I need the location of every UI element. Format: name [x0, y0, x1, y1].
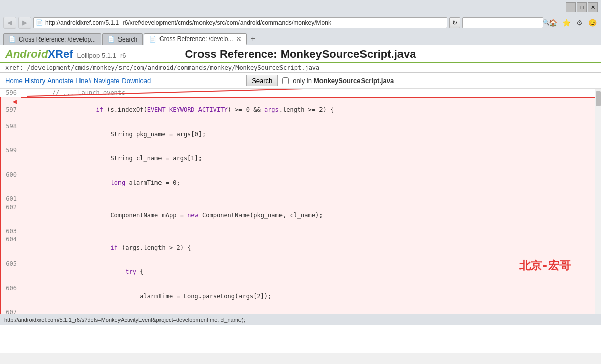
line-code: if (args.length > 2) {	[21, 235, 600, 260]
table-row: 606 alarmTime = Long.parseLong(args[2]);	[1, 284, 600, 308]
forward-button[interactable]: ▶	[18, 17, 31, 29]
table-row: 601	[1, 195, 600, 203]
line-code: alarmTime = Long.parseLong(args[2]);	[21, 284, 600, 308]
table-row: 600 long alarmTime = 0;	[1, 171, 600, 195]
address-bar[interactable]: 📄 http://androidxref.com/5.1.1_r6/xref/d…	[33, 17, 447, 28]
nav-history[interactable]: History	[25, 77, 45, 85]
breadcrumb-text: xref: /development/cmds/monkey/src/com/a…	[5, 64, 319, 71]
tab-label-1: Cross Reference: /develop...	[19, 36, 96, 43]
home-icon[interactable]: 🏠	[547, 17, 558, 28]
line-number: 604	[1, 235, 21, 260]
page-icon: 📄	[36, 19, 43, 26]
close-button[interactable]: ✕	[588, 2, 598, 12]
line-number: 600	[1, 171, 21, 195]
title-bar: – □ ✕	[0, 0, 601, 14]
line-number: 603	[1, 227, 21, 235]
tab-label-3: Cross Reference: /develo...	[159, 35, 233, 43]
address-text: http://androidxref.com/5.1.1_r6/xref/dev…	[45, 19, 445, 26]
search-input[interactable]	[153, 75, 244, 86]
red-arrow: ◀	[13, 97, 17, 105]
watermark: 北京-宏哥	[519, 258, 571, 273]
line-number: 606	[1, 284, 21, 308]
logo-android: Android	[5, 48, 48, 60]
line-number: ◀ 597	[1, 97, 21, 122]
tabs-bar: 📄 Cross Reference: /develop... 📄 Search …	[0, 31, 601, 45]
nav-home[interactable]: Home	[5, 77, 23, 85]
bookmark-icon[interactable]: ⭐	[560, 17, 572, 28]
table-row: 599 String cl_name = args[1];	[1, 146, 600, 171]
line-number: 601	[1, 195, 21, 203]
line-code: String cl_name = args[1];	[21, 146, 600, 171]
tab-label-2: Search	[118, 36, 137, 43]
line-code	[21, 227, 600, 235]
line-code: // ..._launch_events	[21, 89, 600, 97]
only-filename: MonkeySourceScript.java	[314, 77, 394, 85]
code-area: 北京-宏哥 596 // ..._launch_events ◀ 597	[0, 89, 601, 314]
status-bar: http://androidxref.com/5.1.1_r6/s?defs=M…	[0, 314, 601, 325]
table-row: 598 String pkg_name = args[0];	[1, 122, 600, 146]
line-number: 598	[1, 122, 21, 146]
only-checkbox[interactable]	[282, 77, 289, 84]
line-code: try {	[21, 260, 600, 284]
search-button[interactable]: Search	[246, 75, 278, 86]
line-code: String pkg_name = args[0];	[21, 122, 600, 146]
line-code: long alarmTime = 0;	[21, 171, 600, 195]
table-row: ◀ 597 if (s.indexOf(EVENT_KEYWORD_ACTIVI…	[1, 97, 600, 122]
logo-version: Lollipop 5.1.1_r6	[77, 52, 126, 59]
minimize-button[interactable]: –	[566, 2, 576, 12]
tab-icon-2: 📄	[108, 36, 115, 43]
table-row: 605 try {	[1, 260, 600, 284]
refresh-button[interactable]: ↻	[449, 17, 460, 28]
site-logo-area: AndroidXRefLollipop 5.1.1_r6	[5, 48, 153, 61]
page-title-area: Cross Reference: MonkeySourceScript.java	[153, 48, 449, 61]
line-number: 607	[1, 308, 21, 314]
table-row: 604 if (args.length > 2) {	[1, 235, 600, 260]
line-code: if (s.indexOf(EVENT_KEYWORD_ACTIVITY) >=…	[21, 97, 600, 122]
toolbar-icons: 🏠 ⭐ ⚙ 😊	[547, 17, 598, 28]
tab-close-button[interactable]: ✕	[236, 36, 241, 43]
tab-cross-reference-1[interactable]: 📄 Cross Reference: /develop...	[3, 33, 101, 45]
table-row: 607 } catch (NumberFormatException e) {	[1, 308, 600, 314]
page-title: Cross Reference: MonkeySourceScript.java	[185, 48, 416, 60]
logo-xref: XRef	[48, 48, 73, 60]
line-code: ComponentName mApp = new ComponentName(p…	[21, 203, 600, 227]
window-controls: – □ ✕	[566, 2, 598, 12]
nav-line[interactable]: Line#	[75, 77, 92, 85]
user-icon[interactable]: 😊	[587, 17, 598, 28]
code-table: 596 // ..._launch_events ◀ 597 if (s.ind…	[0, 89, 601, 314]
tab-icon-3: 📄	[149, 36, 156, 43]
navigation-bar: ◀ ▶ 📄 http://androidxref.com/5.1.1_r6/xr…	[0, 14, 601, 31]
scrollbar-thumb[interactable]	[596, 91, 601, 106]
page-content: AndroidXRefLollipop 5.1.1_r6 Cross Refer…	[0, 45, 601, 353]
tab-cross-reference-2[interactable]: 📄 Cross Reference: /develo... ✕	[144, 33, 246, 45]
table-row: 602 ComponentName mApp = new ComponentNa…	[1, 203, 600, 227]
tab-icon-1: 📄	[9, 36, 16, 43]
browser-search-input[interactable]	[465, 19, 541, 26]
tab-search[interactable]: 📄 Search	[102, 33, 143, 45]
breadcrumb-bar: xref: /development/cmds/monkey/src/com/a…	[0, 62, 601, 73]
status-url: http://androidxref.com/5.1.1_r6/s?defs=M…	[4, 317, 245, 323]
vertical-scrollbar[interactable]	[595, 89, 601, 314]
nav-annotate[interactable]: Annotate	[47, 77, 73, 85]
only-label: only in	[293, 77, 312, 85]
line-number: 596	[1, 89, 21, 97]
line-code	[21, 195, 600, 203]
browser-search-box[interactable]: 🔍	[462, 17, 543, 28]
settings-icon[interactable]: ⚙	[574, 17, 585, 28]
nav-download[interactable]: Download	[122, 77, 151, 85]
table-row: 596 // ..._launch_events	[1, 89, 600, 97]
maximize-button[interactable]: □	[577, 2, 587, 12]
line-number: 602	[1, 203, 21, 227]
nav-navigate[interactable]: Navigate	[94, 77, 119, 85]
back-button[interactable]: ◀	[3, 17, 16, 29]
nav-row: HomeHistoryAnnotateLine#NavigateDownload…	[0, 73, 601, 89]
line-number: 599	[1, 146, 21, 171]
line-number: 605	[1, 260, 21, 284]
line-code: } catch (NumberFormatException e) {	[21, 308, 600, 314]
table-row: 603	[1, 227, 600, 235]
new-tab-button[interactable]: +	[248, 33, 259, 45]
